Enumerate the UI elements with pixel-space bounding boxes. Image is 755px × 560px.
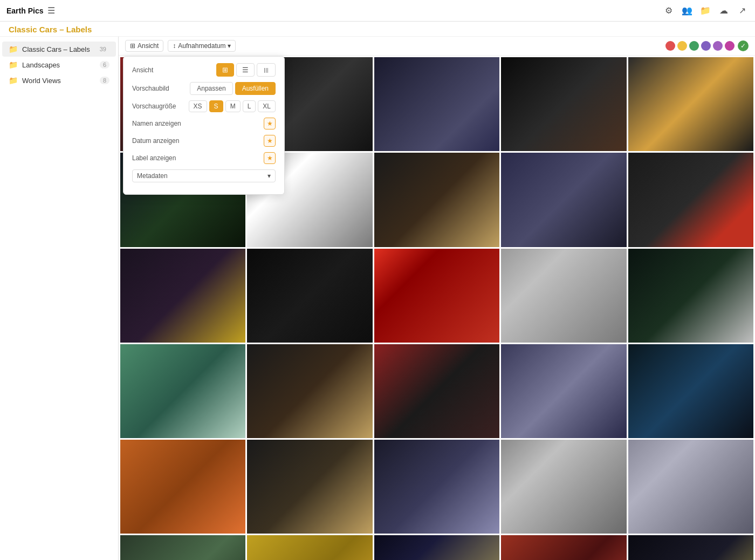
photo-cell-27[interactable] bbox=[247, 535, 372, 560]
fit-button-anpassen[interactable]: Anpassen bbox=[190, 82, 232, 95]
fit-button-ausfuellen[interactable]: Ausfüllen bbox=[235, 82, 276, 95]
toolbar-left: ⊞ Ansicht ↕ Aufnahmedatum ▾ bbox=[125, 40, 236, 52]
sidebar: 📁 Classic Cars – Labels 39 📁 Landscapes … bbox=[0, 37, 119, 560]
folder-icon-landscapes: 📁 bbox=[9, 60, 18, 69]
dp-view-label: Ansicht bbox=[132, 66, 181, 74]
toolbar: ⊞ Ansicht ↕ Aufnahmedatum ▾ bbox=[119, 37, 755, 56]
settings-icon[interactable]: ⚙ bbox=[662, 5, 675, 16]
color-filter-green[interactable] bbox=[689, 41, 699, 51]
metadata-expand-button[interactable]: Metadaten ▾ bbox=[132, 169, 276, 182]
dp-preview-row: Vorschaubild Anpassen Ausfüllen bbox=[132, 82, 276, 95]
app-body: 📁 Classic Cars – Labels 39 📁 Landscapes … bbox=[0, 37, 755, 560]
view-button[interactable]: ⊞ Ansicht bbox=[125, 40, 163, 52]
dp-meta-row: Metadaten ▾ bbox=[132, 169, 276, 182]
sidebar-item-label: Classic Cars – Labels bbox=[22, 45, 90, 53]
color-filter-purple1[interactable] bbox=[701, 41, 711, 51]
photo-cell-22[interactable] bbox=[247, 440, 372, 534]
menu-icon[interactable]: ☰ bbox=[47, 5, 55, 16]
sort-button[interactable]: ↕ Aufnahmedatum ▾ bbox=[168, 40, 236, 52]
dp-preview-label: Vorschaubild bbox=[132, 85, 181, 92]
photo-cell-25[interactable] bbox=[628, 440, 753, 534]
label-toggle-button[interactable]: ★ bbox=[264, 152, 276, 164]
folder-upload-icon[interactable]: 📁 bbox=[699, 5, 712, 16]
cloud-upload-icon[interactable]: ☁ bbox=[717, 5, 730, 16]
view-label: Ansicht bbox=[138, 42, 159, 50]
photo-cell-12[interactable] bbox=[247, 249, 372, 343]
dp-label-row: Label anzeigen ★ bbox=[132, 152, 276, 164]
app-title: Earth Pics bbox=[6, 6, 43, 15]
photo-cell-4[interactable] bbox=[501, 57, 626, 151]
size-m-button[interactable]: M bbox=[225, 100, 241, 112]
sort-label: Aufnahmedatum bbox=[178, 42, 225, 50]
view-dropdown-panel: Ansicht ⊞ ☰ ⫼ Vorschaubild Anpassen Ausf… bbox=[123, 56, 285, 195]
size-s-button[interactable]: S bbox=[209, 100, 223, 112]
name-toggle-button[interactable]: ★ bbox=[264, 118, 276, 129]
dp-name-row: Namen anzeigen ★ bbox=[132, 118, 276, 129]
color-filter-red[interactable] bbox=[665, 41, 675, 51]
color-filter-yellow[interactable] bbox=[677, 41, 687, 51]
app-header: Earth Pics ☰ ⚙ 👥 📁 ☁ ↗ bbox=[0, 0, 755, 22]
size-l-button[interactable]: L bbox=[243, 100, 256, 112]
sidebar-item-label-world-views: World Views bbox=[22, 77, 61, 85]
header-left: Earth Pics ☰ bbox=[6, 5, 55, 16]
meta-chevron-icon: ▾ bbox=[267, 172, 271, 180]
sidebar-item-landscapes[interactable]: 📁 Landscapes 6 bbox=[2, 57, 116, 72]
dp-preview-controls: Anpassen Ausfüllen bbox=[190, 82, 276, 95]
photo-cell-21[interactable] bbox=[120, 440, 245, 534]
sidebar-item-label-landscapes: Landscapes bbox=[22, 61, 60, 69]
dp-name-label: Namen anzeigen bbox=[132, 120, 181, 127]
photo-cell-30[interactable] bbox=[628, 535, 753, 560]
size-xs-button[interactable]: XS bbox=[189, 100, 207, 112]
photo-cell-9[interactable] bbox=[501, 153, 626, 247]
dp-date-label: Datum anzeigen bbox=[132, 137, 181, 145]
photo-cell-10[interactable] bbox=[628, 153, 753, 247]
photo-cell-18[interactable] bbox=[374, 344, 499, 438]
photo-cell-3[interactable] bbox=[374, 57, 499, 151]
dp-view-row: Ansicht ⊞ ☰ ⫼ bbox=[132, 63, 276, 77]
view-list-button[interactable]: ☰ bbox=[236, 63, 255, 77]
photo-cell-28[interactable] bbox=[374, 535, 499, 560]
photo-cell-13[interactable] bbox=[374, 249, 499, 343]
color-filter-pink[interactable] bbox=[725, 41, 735, 51]
sidebar-item-count-world-views: 8 bbox=[100, 77, 109, 84]
meta-label: Metadaten bbox=[137, 172, 168, 180]
users-icon[interactable]: 👥 bbox=[681, 5, 694, 16]
dp-size-label: Vorschaugröße bbox=[132, 103, 181, 110]
photo-cell-11[interactable] bbox=[120, 249, 245, 343]
sidebar-item-classic-cars[interactable]: 📁 Classic Cars – Labels 39 bbox=[2, 42, 116, 57]
photo-cell-23[interactable] bbox=[374, 440, 499, 534]
size-xl-button[interactable]: XL bbox=[258, 100, 276, 112]
photo-cell-5[interactable] bbox=[628, 57, 753, 151]
dp-date-row: Datum anzeigen ★ bbox=[132, 135, 276, 147]
header-right: ⚙ 👥 📁 ☁ ↗ bbox=[662, 5, 749, 16]
photo-cell-19[interactable] bbox=[501, 344, 626, 438]
dp-label-label: Label anzeigen bbox=[132, 154, 181, 162]
page-title: Classic Cars – Labels bbox=[9, 25, 92, 34]
sidebar-item-count: 39 bbox=[97, 45, 109, 53]
photo-cell-16[interactable] bbox=[120, 344, 245, 438]
folder-icon: 📁 bbox=[9, 45, 18, 53]
photo-cell-26[interactable] bbox=[120, 535, 245, 560]
color-filter-purple2[interactable] bbox=[713, 41, 723, 51]
sort-icon: ↕ bbox=[173, 42, 176, 50]
view-columns-button[interactable]: ⫼ bbox=[257, 63, 276, 77]
photo-cell-8[interactable] bbox=[374, 153, 499, 247]
photo-cell-15[interactable] bbox=[628, 249, 753, 343]
photo-cell-17[interactable] bbox=[247, 344, 372, 438]
photo-cell-14[interactable] bbox=[501, 249, 626, 343]
dp-view-controls: ⊞ ☰ ⫼ bbox=[216, 63, 276, 77]
dp-size-row: Vorschaugröße XS S M L XL bbox=[132, 100, 276, 112]
share-icon[interactable]: ↗ bbox=[736, 5, 749, 16]
photo-cell-20[interactable] bbox=[628, 344, 753, 438]
sidebar-item-count-landscapes: 6 bbox=[100, 61, 109, 69]
color-filter-dots bbox=[665, 41, 735, 51]
view-grid-button[interactable]: ⊞ bbox=[216, 63, 234, 77]
grid-icon: ⊞ bbox=[130, 42, 135, 50]
page-title-bar: Classic Cars – Labels bbox=[0, 22, 755, 37]
dp-size-controls: XS S M L XL bbox=[189, 100, 276, 112]
sidebar-item-world-views[interactable]: 📁 World Views 8 bbox=[2, 73, 116, 88]
date-toggle-button[interactable]: ★ bbox=[264, 135, 276, 147]
photo-cell-24[interactable] bbox=[501, 440, 626, 534]
confirm-filter-button[interactable]: ✓ bbox=[738, 40, 749, 51]
photo-cell-29[interactable] bbox=[501, 535, 626, 560]
